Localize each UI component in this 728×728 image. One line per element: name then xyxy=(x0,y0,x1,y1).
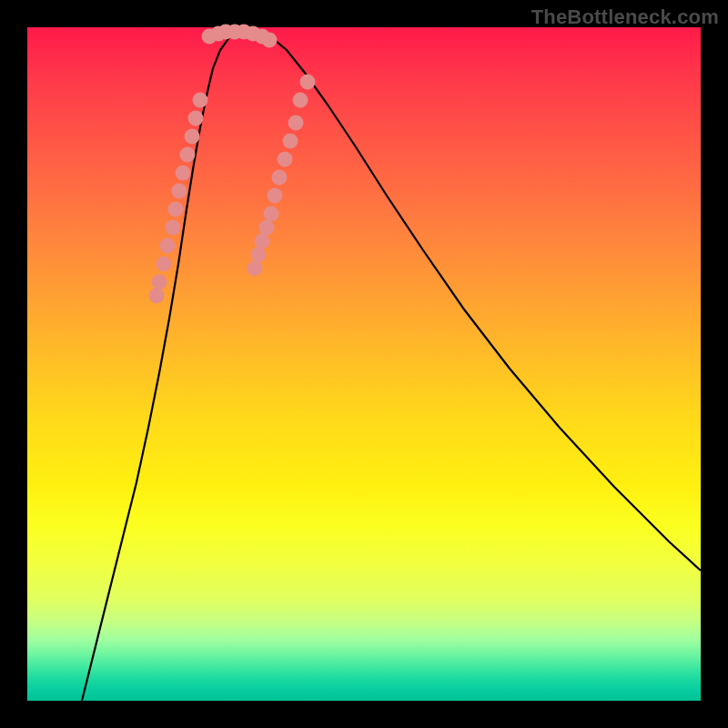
data-marker xyxy=(193,93,208,108)
data-marker xyxy=(300,75,316,90)
markers-bottom xyxy=(202,25,278,48)
data-marker xyxy=(185,129,200,145)
data-marker xyxy=(255,234,270,249)
data-marker xyxy=(176,166,191,181)
bottleneck-curve xyxy=(82,32,701,701)
data-marker xyxy=(293,93,308,108)
data-marker xyxy=(272,170,288,186)
data-marker xyxy=(283,134,298,149)
data-marker xyxy=(166,220,181,236)
chart-svg xyxy=(27,27,701,701)
data-marker xyxy=(188,111,204,126)
data-marker xyxy=(180,147,196,163)
data-marker xyxy=(288,116,304,131)
markers-right-branch xyxy=(248,75,316,277)
data-marker xyxy=(172,184,187,199)
markers-left-branch xyxy=(149,93,208,304)
data-marker xyxy=(149,288,165,304)
data-marker xyxy=(248,261,263,277)
data-marker xyxy=(268,188,283,204)
data-marker xyxy=(168,202,184,217)
data-marker xyxy=(259,220,275,236)
data-marker xyxy=(278,152,293,167)
data-marker xyxy=(262,33,278,48)
watermark-text: TheBottleneck.com xyxy=(531,5,719,29)
data-marker xyxy=(157,257,172,272)
data-marker xyxy=(264,207,279,222)
data-marker xyxy=(152,275,167,290)
data-marker xyxy=(251,248,267,263)
data-marker xyxy=(160,238,176,254)
